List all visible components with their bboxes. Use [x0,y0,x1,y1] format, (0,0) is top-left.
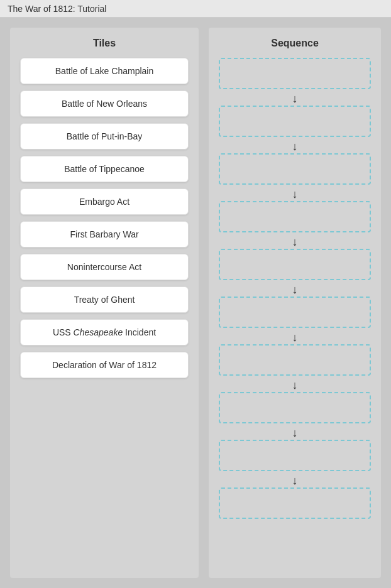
tile-treaty-of-ghent[interactable]: Treaty of Ghent [20,286,189,313]
tile-first-barbary-war[interactable]: First Barbary War [20,221,189,248]
sequence-slot-6-container [219,297,371,330]
sequence-slot-2-container [219,106,371,139]
sequence-slot-10[interactable] [219,487,371,519]
sequence-arrow-7: ↓ [219,379,371,391]
sequence-slot-7[interactable] [219,344,371,376]
sequence-arrow-4: ↓ [219,236,371,248]
sequence-arrow-2: ↓ [219,141,371,152]
sequence-slot-3[interactable] [219,153,371,185]
sequence-slot-2[interactable] [219,106,371,137]
sequence-arrow-6: ↓ [219,332,371,343]
sequence-arrow-5: ↓ [219,284,371,295]
tiles-panel: Tiles Battle of Lake Champlain Battle of… [10,28,199,578]
sequence-slot-10-container [219,487,371,521]
tile-battle-tippecanoe[interactable]: Battle of Tippecanoe [20,156,189,182]
sequence-arrow-1: ↓ [219,93,371,104]
sequence-slot-5[interactable] [219,249,371,280]
sequence-slot-1[interactable] [219,58,371,89]
tile-battle-put-in-bay[interactable]: Battle of Put-in-Bay [20,123,189,150]
sequence-slot-7-container [219,344,371,378]
title-text: The War of 1812: Tutorial [8,4,106,14]
sequence-panel: Sequence ↓ ↓ ↓ ↓ ↓ ↓ ↓ ↓ [209,28,381,578]
tile-uss-chesapeake[interactable]: USS Chesapeake Incident [20,319,189,346]
sequence-arrow-3: ↓ [219,188,371,200]
sequence-slot-9[interactable] [219,440,371,471]
main-container: Tiles Battle of Lake Champlain Battle of… [0,18,391,588]
sequence-slot-3-container [219,153,371,187]
title-bar: The War of 1812: Tutorial [0,0,391,18]
tile-embargo-act[interactable]: Embargo Act [20,188,189,215]
sequence-arrow-8: ↓ [219,427,371,438]
tile-battle-new-orleans[interactable]: Battle of New Orleans [20,90,189,117]
sequence-slot-4-container [219,201,371,235]
sequence-slot-9-container [219,440,371,474]
sequence-slot-1-container [219,58,371,92]
sequence-slot-6[interactable] [219,297,371,328]
tile-declaration-war-1812[interactable]: Declaration of War of 1812 [20,352,189,378]
sequence-slot-8-container [219,392,371,426]
sequence-slot-5-container [219,249,371,283]
sequence-slot-4[interactable] [219,201,371,232]
sequence-header: Sequence [219,38,371,49]
tile-battle-lake-champlain[interactable]: Battle of Lake Champlain [20,58,189,84]
tiles-header: Tiles [20,38,189,49]
sequence-arrow-9: ↓ [219,475,371,486]
tile-nonintercourse-act[interactable]: Nonintercourse Act [20,254,189,280]
sequence-slot-8[interactable] [219,392,371,423]
